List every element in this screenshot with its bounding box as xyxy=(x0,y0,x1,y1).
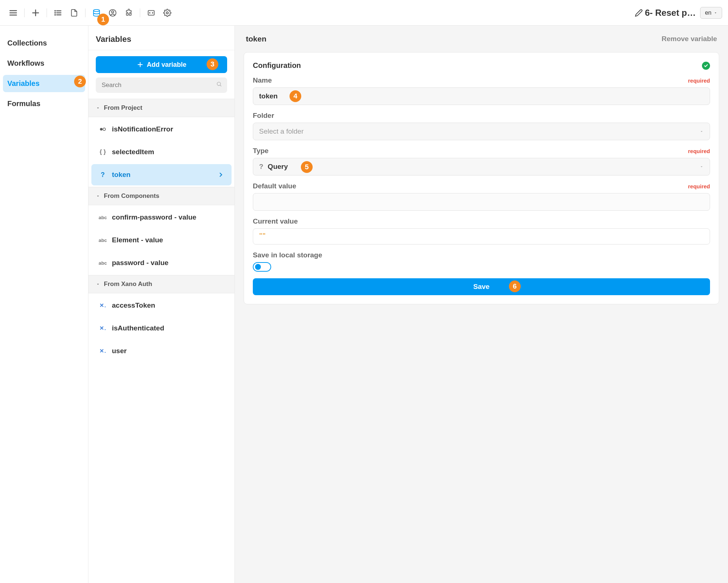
var-label: isNotificationError xyxy=(112,125,173,133)
field-type: Type required ? Query 5 xyxy=(253,147,710,175)
code-icon[interactable] xyxy=(144,6,159,20)
edit-icon xyxy=(635,9,643,17)
callout-badge: 6 xyxy=(509,280,521,292)
default-input[interactable] xyxy=(253,193,710,211)
var-item-password[interactable]: abc password - value xyxy=(91,252,232,274)
svg-point-11 xyxy=(94,9,100,11)
var-item-isnotificationerror[interactable]: isNotificationError xyxy=(91,119,232,140)
svg-point-13 xyxy=(112,11,114,13)
svg-point-15 xyxy=(166,12,168,14)
required-label: required xyxy=(688,183,710,189)
name-label: Name xyxy=(253,76,272,84)
remove-variable-link[interactable]: Remove variable xyxy=(662,35,717,43)
svg-point-21 xyxy=(103,128,106,131)
topbar: 1 6- Reset p… en xyxy=(0,0,728,26)
group-label: From Project xyxy=(104,104,142,112)
default-label: Default value xyxy=(253,182,296,190)
var-label: Element - value xyxy=(112,236,163,244)
chevron-down-icon xyxy=(714,11,717,15)
var-item-accesstoken[interactable]: ✕. accessToken xyxy=(91,295,232,316)
required-label: required xyxy=(688,77,710,84)
callout-badge: 3 xyxy=(207,58,218,70)
menu-icon[interactable] xyxy=(6,6,21,20)
var-item-user[interactable]: ✕. user xyxy=(91,340,232,362)
text-icon: abc xyxy=(99,215,107,220)
callout-badge: 5 xyxy=(301,161,313,173)
text-icon: abc xyxy=(99,260,107,266)
list-icon[interactable] xyxy=(51,6,65,20)
file-icon[interactable] xyxy=(67,6,81,20)
group-header-xano[interactable]: From Xano Auth xyxy=(88,275,234,293)
detail-panel: token Remove variable Configuration Name… xyxy=(235,26,728,583)
field-current: Current value "" xyxy=(253,217,710,245)
group-header-components[interactable]: From Components xyxy=(88,187,234,205)
bool-icon xyxy=(99,127,107,131)
folder-label: Folder xyxy=(253,112,274,120)
required-label: required xyxy=(688,148,710,154)
config-card: Configuration Name required 4 Folder xyxy=(244,52,719,304)
check-icon xyxy=(702,62,710,70)
plugin-icon[interactable] xyxy=(121,6,136,20)
divider xyxy=(85,8,85,17)
svg-point-18 xyxy=(217,82,221,86)
save-label: Save xyxy=(473,283,489,290)
settings-icon[interactable] xyxy=(160,6,175,20)
save-button[interactable]: Save 6 xyxy=(253,278,710,295)
plus-icon[interactable] xyxy=(28,6,43,20)
sidebar-item-collections[interactable]: Collections xyxy=(3,35,85,52)
search-input[interactable] xyxy=(96,77,227,93)
chevron-right-icon xyxy=(218,171,224,178)
var-item-element[interactable]: abc Element - value xyxy=(91,229,232,251)
detail-header: token Remove variable xyxy=(235,26,728,52)
field-localstorage: Save in local storage xyxy=(253,251,710,272)
current-value: "" xyxy=(253,228,710,245)
localstorage-toggle[interactable] xyxy=(253,262,271,272)
svg-point-9 xyxy=(55,12,55,13)
language-select[interactable]: en xyxy=(700,7,722,19)
xano-icon: ✕. xyxy=(99,325,107,332)
chevron-down-icon xyxy=(96,106,100,110)
svg-line-19 xyxy=(220,85,221,86)
page-title-text: 6- Reset p… xyxy=(645,8,696,18)
config-header: Configuration xyxy=(253,61,710,70)
sidebar-item-workflows[interactable]: Workflows xyxy=(3,55,85,72)
var-label: selectedItem xyxy=(112,148,154,156)
add-variable-button[interactable]: Add variable 3 xyxy=(96,56,227,73)
type-select[interactable]: ? Query 5 xyxy=(253,158,710,175)
var-item-selecteditem[interactable]: { } selectedItem xyxy=(91,141,232,163)
svg-point-8 xyxy=(55,10,55,11)
query-icon: ? xyxy=(259,163,263,171)
page-title[interactable]: 6- Reset p… xyxy=(635,8,696,18)
toggle-knob xyxy=(255,264,261,270)
folder-select[interactable]: Select a folder xyxy=(253,123,710,140)
var-label: accessToken xyxy=(112,301,155,309)
field-name: Name required 4 xyxy=(253,76,710,105)
detail-title: token xyxy=(246,35,266,43)
database-icon[interactable]: 1 xyxy=(89,6,104,20)
var-item-token[interactable]: ? token xyxy=(91,164,232,185)
topbar-right: 6- Reset p… en xyxy=(635,7,722,19)
field-default: Default value required xyxy=(253,182,710,211)
var-item-isauthenticated[interactable]: ✕. isAuthenticated xyxy=(91,318,232,339)
var-label: password - value xyxy=(112,259,168,267)
var-label: isAuthenticated xyxy=(112,324,164,332)
sidebar-item-variables[interactable]: Variables 2 xyxy=(3,75,85,92)
var-label: user xyxy=(112,347,127,355)
chevron-down-icon xyxy=(96,282,100,286)
var-item-confirm-password[interactable]: abc confirm-password - value xyxy=(91,207,232,228)
query-icon: ? xyxy=(99,171,107,179)
panel-actions: Add variable 3 xyxy=(88,50,234,99)
sidebar-item-label: Variables xyxy=(7,79,40,88)
sidebar-item-formulas[interactable]: Formulas xyxy=(3,95,85,112)
name-input[interactable] xyxy=(253,87,710,105)
var-label: confirm-password - value xyxy=(112,213,196,221)
svg-point-10 xyxy=(55,14,55,15)
svg-point-20 xyxy=(100,128,103,131)
language-label: en xyxy=(705,10,711,16)
group-label: From Components xyxy=(104,192,159,200)
field-folder: Folder Select a folder xyxy=(253,112,710,140)
text-icon: abc xyxy=(99,238,107,243)
type-label: Type xyxy=(253,147,269,155)
topbar-left: 1 xyxy=(6,6,175,20)
group-header-project[interactable]: From Project xyxy=(88,99,234,117)
